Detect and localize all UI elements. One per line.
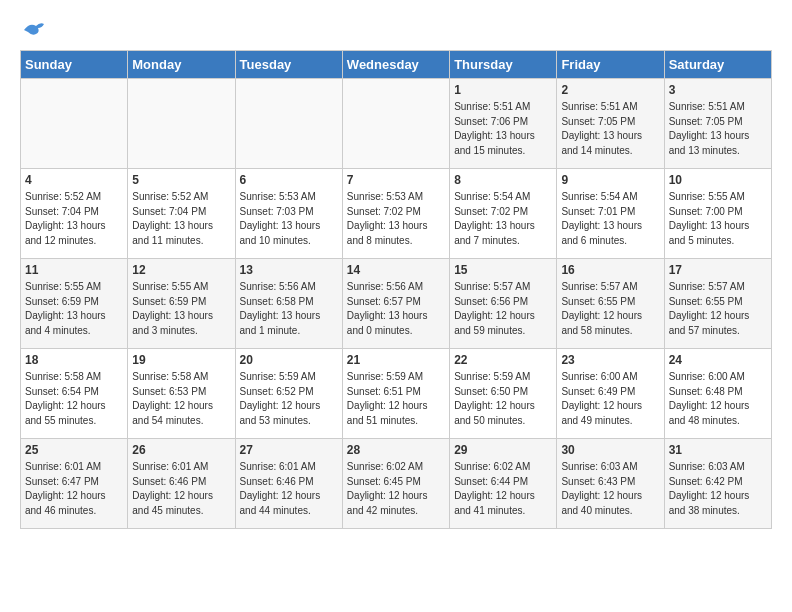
calendar-cell: 2Sunrise: 5:51 AM Sunset: 7:05 PM Daylig…: [557, 79, 664, 169]
calendar-cell: 19Sunrise: 5:58 AM Sunset: 6:53 PM Dayli…: [128, 349, 235, 439]
day-number: 31: [669, 443, 767, 457]
day-info: Sunrise: 5:55 AM Sunset: 6:59 PM Dayligh…: [132, 280, 230, 338]
calendar-cell: 20Sunrise: 5:59 AM Sunset: 6:52 PM Dayli…: [235, 349, 342, 439]
day-number: 15: [454, 263, 552, 277]
calendar-cell: 12Sunrise: 5:55 AM Sunset: 6:59 PM Dayli…: [128, 259, 235, 349]
day-number: 27: [240, 443, 338, 457]
day-number: 18: [25, 353, 123, 367]
calendar-cell: 14Sunrise: 5:56 AM Sunset: 6:57 PM Dayli…: [342, 259, 449, 349]
calendar-cell: 30Sunrise: 6:03 AM Sunset: 6:43 PM Dayli…: [557, 439, 664, 529]
day-number: 10: [669, 173, 767, 187]
day-info: Sunrise: 6:03 AM Sunset: 6:42 PM Dayligh…: [669, 460, 767, 518]
header-row: SundayMondayTuesdayWednesdayThursdayFrid…: [21, 51, 772, 79]
calendar-cell: 4Sunrise: 5:52 AM Sunset: 7:04 PM Daylig…: [21, 169, 128, 259]
calendar-cell: [342, 79, 449, 169]
calendar-cell: 10Sunrise: 5:55 AM Sunset: 7:00 PM Dayli…: [664, 169, 771, 259]
day-info: Sunrise: 5:51 AM Sunset: 7:05 PM Dayligh…: [561, 100, 659, 158]
calendar-table: SundayMondayTuesdayWednesdayThursdayFrid…: [20, 50, 772, 529]
day-info: Sunrise: 5:58 AM Sunset: 6:53 PM Dayligh…: [132, 370, 230, 428]
calendar-cell: 27Sunrise: 6:01 AM Sunset: 6:46 PM Dayli…: [235, 439, 342, 529]
day-info: Sunrise: 5:56 AM Sunset: 6:58 PM Dayligh…: [240, 280, 338, 338]
column-header-sunday: Sunday: [21, 51, 128, 79]
calendar-cell: 7Sunrise: 5:53 AM Sunset: 7:02 PM Daylig…: [342, 169, 449, 259]
calendar-cell: 21Sunrise: 5:59 AM Sunset: 6:51 PM Dayli…: [342, 349, 449, 439]
day-number: 5: [132, 173, 230, 187]
day-number: 4: [25, 173, 123, 187]
day-number: 6: [240, 173, 338, 187]
day-info: Sunrise: 6:01 AM Sunset: 6:46 PM Dayligh…: [132, 460, 230, 518]
day-info: Sunrise: 5:59 AM Sunset: 6:52 PM Dayligh…: [240, 370, 338, 428]
day-number: 22: [454, 353, 552, 367]
day-number: 1: [454, 83, 552, 97]
day-number: 21: [347, 353, 445, 367]
column-header-tuesday: Tuesday: [235, 51, 342, 79]
calendar-cell: 1Sunrise: 5:51 AM Sunset: 7:06 PM Daylig…: [450, 79, 557, 169]
calendar-cell: 5Sunrise: 5:52 AM Sunset: 7:04 PM Daylig…: [128, 169, 235, 259]
day-info: Sunrise: 5:55 AM Sunset: 6:59 PM Dayligh…: [25, 280, 123, 338]
day-number: 14: [347, 263, 445, 277]
day-number: 8: [454, 173, 552, 187]
day-number: 13: [240, 263, 338, 277]
calendar-cell: 22Sunrise: 5:59 AM Sunset: 6:50 PM Dayli…: [450, 349, 557, 439]
column-header-friday: Friday: [557, 51, 664, 79]
week-row-4: 18Sunrise: 5:58 AM Sunset: 6:54 PM Dayli…: [21, 349, 772, 439]
day-info: Sunrise: 5:59 AM Sunset: 6:51 PM Dayligh…: [347, 370, 445, 428]
calendar-cell: 13Sunrise: 5:56 AM Sunset: 6:58 PM Dayli…: [235, 259, 342, 349]
calendar-cell: 17Sunrise: 5:57 AM Sunset: 6:55 PM Dayli…: [664, 259, 771, 349]
week-row-5: 25Sunrise: 6:01 AM Sunset: 6:47 PM Dayli…: [21, 439, 772, 529]
day-number: 23: [561, 353, 659, 367]
day-info: Sunrise: 5:59 AM Sunset: 6:50 PM Dayligh…: [454, 370, 552, 428]
calendar-cell: 8Sunrise: 5:54 AM Sunset: 7:02 PM Daylig…: [450, 169, 557, 259]
logo-bird-icon: [22, 20, 46, 40]
day-number: 12: [132, 263, 230, 277]
calendar-cell: 26Sunrise: 6:01 AM Sunset: 6:46 PM Dayli…: [128, 439, 235, 529]
day-info: Sunrise: 5:51 AM Sunset: 7:06 PM Dayligh…: [454, 100, 552, 158]
day-info: Sunrise: 5:53 AM Sunset: 7:03 PM Dayligh…: [240, 190, 338, 248]
day-info: Sunrise: 5:55 AM Sunset: 7:00 PM Dayligh…: [669, 190, 767, 248]
day-number: 19: [132, 353, 230, 367]
day-info: Sunrise: 5:54 AM Sunset: 7:01 PM Dayligh…: [561, 190, 659, 248]
calendar-cell: 23Sunrise: 6:00 AM Sunset: 6:49 PM Dayli…: [557, 349, 664, 439]
day-number: 20: [240, 353, 338, 367]
day-number: 28: [347, 443, 445, 457]
day-info: Sunrise: 5:56 AM Sunset: 6:57 PM Dayligh…: [347, 280, 445, 338]
column-header-wednesday: Wednesday: [342, 51, 449, 79]
calendar-cell: 6Sunrise: 5:53 AM Sunset: 7:03 PM Daylig…: [235, 169, 342, 259]
day-number: 16: [561, 263, 659, 277]
calendar-cell: 24Sunrise: 6:00 AM Sunset: 6:48 PM Dayli…: [664, 349, 771, 439]
calendar-cell: 15Sunrise: 5:57 AM Sunset: 6:56 PM Dayli…: [450, 259, 557, 349]
day-number: 30: [561, 443, 659, 457]
week-row-3: 11Sunrise: 5:55 AM Sunset: 6:59 PM Dayli…: [21, 259, 772, 349]
day-number: 24: [669, 353, 767, 367]
day-info: Sunrise: 5:57 AM Sunset: 6:55 PM Dayligh…: [561, 280, 659, 338]
day-info: Sunrise: 5:54 AM Sunset: 7:02 PM Dayligh…: [454, 190, 552, 248]
day-info: Sunrise: 5:51 AM Sunset: 7:05 PM Dayligh…: [669, 100, 767, 158]
calendar-cell: 18Sunrise: 5:58 AM Sunset: 6:54 PM Dayli…: [21, 349, 128, 439]
day-number: 7: [347, 173, 445, 187]
day-info: Sunrise: 5:53 AM Sunset: 7:02 PM Dayligh…: [347, 190, 445, 248]
day-info: Sunrise: 5:52 AM Sunset: 7:04 PM Dayligh…: [25, 190, 123, 248]
day-info: Sunrise: 6:00 AM Sunset: 6:49 PM Dayligh…: [561, 370, 659, 428]
column-header-thursday: Thursday: [450, 51, 557, 79]
calendar-cell: 25Sunrise: 6:01 AM Sunset: 6:47 PM Dayli…: [21, 439, 128, 529]
calendar-cell: 28Sunrise: 6:02 AM Sunset: 6:45 PM Dayli…: [342, 439, 449, 529]
day-info: Sunrise: 5:57 AM Sunset: 6:56 PM Dayligh…: [454, 280, 552, 338]
calendar-cell: 31Sunrise: 6:03 AM Sunset: 6:42 PM Dayli…: [664, 439, 771, 529]
day-number: 9: [561, 173, 659, 187]
calendar-cell: [128, 79, 235, 169]
day-info: Sunrise: 6:02 AM Sunset: 6:45 PM Dayligh…: [347, 460, 445, 518]
day-number: 26: [132, 443, 230, 457]
day-info: Sunrise: 5:52 AM Sunset: 7:04 PM Dayligh…: [132, 190, 230, 248]
calendar-cell: [235, 79, 342, 169]
day-info: Sunrise: 6:02 AM Sunset: 6:44 PM Dayligh…: [454, 460, 552, 518]
column-header-monday: Monday: [128, 51, 235, 79]
logo: [20, 20, 46, 40]
week-row-2: 4Sunrise: 5:52 AM Sunset: 7:04 PM Daylig…: [21, 169, 772, 259]
day-info: Sunrise: 6:01 AM Sunset: 6:47 PM Dayligh…: [25, 460, 123, 518]
day-info: Sunrise: 6:03 AM Sunset: 6:43 PM Dayligh…: [561, 460, 659, 518]
day-info: Sunrise: 5:57 AM Sunset: 6:55 PM Dayligh…: [669, 280, 767, 338]
day-number: 2: [561, 83, 659, 97]
calendar-cell: 3Sunrise: 5:51 AM Sunset: 7:05 PM Daylig…: [664, 79, 771, 169]
day-number: 25: [25, 443, 123, 457]
calendar-cell: 11Sunrise: 5:55 AM Sunset: 6:59 PM Dayli…: [21, 259, 128, 349]
